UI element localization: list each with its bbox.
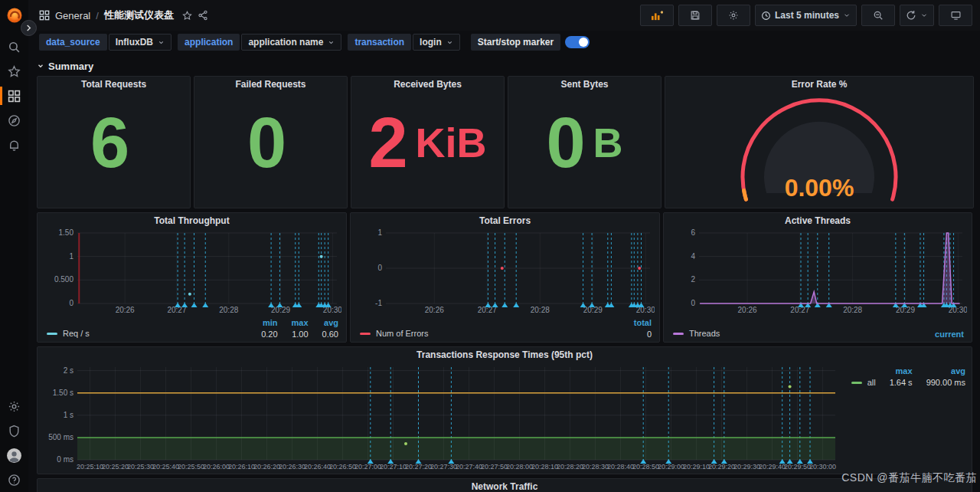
dashboard-settings-button[interactable] — [717, 5, 750, 26]
svg-text:20:28:10: 20:28:10 — [531, 463, 558, 471]
legend-item[interactable]: Threads — [673, 329, 720, 338]
legend-item[interactable]: Req / s — [47, 329, 90, 338]
var-label-data-source[interactable]: data_source — [39, 34, 107, 51]
cycle-view-mode-button[interactable] — [939, 5, 972, 26]
panel-failed-requests: Failed Requests 0 — [194, 76, 348, 208]
user-avatar[interactable] — [0, 443, 28, 467]
legend-item[interactable]: Num of Errors — [360, 329, 428, 338]
grafana-logo[interactable] — [6, 7, 23, 24]
var-value-transaction[interactable]: login — [413, 34, 460, 51]
svg-text:-1: -1 — [375, 299, 382, 307]
panel-title[interactable]: Total Requests — [38, 77, 190, 93]
panel-active-threads: Active Threads 642020:2620:2720:2820:292… — [663, 212, 972, 343]
svg-text:20:26: 20:26 — [116, 306, 135, 314]
svg-text:20:28:20: 20:28:20 — [557, 463, 583, 471]
svg-text:20:26:20: 20:26:20 — [253, 463, 280, 471]
add-panel-button[interactable] — [640, 5, 674, 26]
var-label-application[interactable]: application — [178, 34, 240, 51]
response-times-chart[interactable]: 2 s1.50 s1 s500 ms0 ms20:25:1020:25:2020… — [42, 363, 840, 471]
help-question-icon[interactable] — [0, 467, 28, 492]
svg-text:20:29:00: 20:29:00 — [658, 463, 684, 471]
svg-text:20:25:20: 20:25:20 — [102, 463, 129, 471]
svg-text:500 ms: 500 ms — [48, 433, 74, 441]
panel-title[interactable]: Network Traffic — [38, 479, 972, 492]
gauge-threshold-tip — [744, 191, 746, 200]
svg-text:0.500: 0.500 — [54, 275, 74, 284]
svg-text:20:25:30: 20:25:30 — [127, 463, 154, 471]
time-range-picker[interactable]: Last 5 minutes — [755, 5, 857, 26]
svg-text:20:25:50: 20:25:50 — [178, 463, 204, 471]
favorite-star-icon[interactable] — [182, 11, 192, 21]
search-icon[interactable] — [0, 34, 28, 59]
chevron-down-icon — [446, 39, 453, 46]
panel-title[interactable]: Total Errors — [351, 213, 659, 229]
panel-total-errors: Total Errors 10-120:2620:2720:2820:2920:… — [350, 212, 660, 343]
breadcrumb-separator: / — [96, 10, 99, 21]
svg-text:20:29:20: 20:29:20 — [708, 463, 735, 471]
svg-text:20:27:50: 20:27:50 — [481, 463, 508, 471]
breadcrumb: General / 性能测试仪表盘 — [39, 8, 208, 22]
panel-network-traffic: Network Traffic — [37, 478, 972, 492]
panel-title[interactable]: Failed Requests — [194, 77, 347, 93]
server-admin-shield-icon[interactable] — [0, 418, 28, 443]
refresh-button[interactable] — [900, 5, 934, 26]
legend-items: Req / s — [47, 329, 90, 338]
svg-text:20:27:40: 20:27:40 — [456, 463, 482, 471]
svg-text:20:28:50: 20:28:50 — [632, 463, 659, 471]
stat-value: 0 — [194, 93, 347, 192]
explore-compass-icon[interactable] — [0, 108, 28, 133]
panel-total-throughput: Total Throughput 1.5010.500020:2620:2720… — [37, 212, 347, 343]
total-errors-chart[interactable]: 10-120:2620:2720:2820:2920:30 — [355, 229, 655, 315]
marker-toggle-switch[interactable] — [565, 36, 590, 48]
svg-text:20:28: 20:28 — [843, 306, 862, 314]
active-threads-chart[interactable]: 642020:2620:2720:2820:2920:30 — [668, 229, 967, 315]
svg-text:1: 1 — [377, 229, 382, 237]
panel-title[interactable]: Received Bytes — [351, 77, 504, 93]
dashboard-title[interactable]: 性能测试仪表盘 — [104, 8, 174, 22]
time-range-label: Last 5 minutes — [775, 10, 839, 21]
legend-items: Threads — [673, 329, 720, 338]
legend-stats: minmaxavg0.201.000.60 — [247, 317, 338, 340]
panel-received-bytes: Received Bytes 2KiB — [351, 76, 505, 208]
panel-title[interactable]: Active Threads — [664, 213, 972, 229]
panel-title[interactable]: Transactions Response Times (95th pct) — [38, 347, 972, 363]
dashboards-icon[interactable] — [0, 84, 28, 108]
chevron-down-icon — [843, 11, 851, 19]
chevron-down-icon — [920, 11, 928, 19]
svg-text:20:29:10: 20:29:10 — [683, 463, 710, 471]
panel-title[interactable]: Total Throughput — [38, 213, 346, 229]
svg-text:20:29:30: 20:29:30 — [733, 463, 760, 471]
svg-text:20:27:00: 20:27:00 — [354, 463, 381, 471]
svg-text:6: 6 — [691, 229, 695, 237]
stat-value: 0B — [508, 93, 661, 192]
alerting-bell-icon[interactable] — [0, 133, 28, 157]
gauge-value: 0.00% — [785, 174, 854, 202]
breadcrumb-section[interactable]: General — [55, 10, 90, 21]
panel-title[interactable]: Sent Bytes — [508, 77, 661, 93]
var-label-transaction[interactable]: transaction — [348, 34, 411, 51]
legend-item[interactable]: all — [851, 377, 876, 389]
configuration-gear-icon[interactable] — [0, 394, 28, 418]
zoom-out-time-button[interactable] — [861, 5, 895, 26]
sidebar-expand-button[interactable] — [21, 20, 37, 36]
svg-text:20:27:10: 20:27:10 — [380, 463, 407, 471]
total-throughput-chart[interactable]: 1.5010.500020:2620:2720:2820:2920:30 — [42, 229, 341, 315]
svg-text:0 ms: 0 ms — [57, 455, 74, 464]
var-value-data-source[interactable]: InfluxDB — [109, 34, 172, 51]
var-value-application[interactable]: application name — [241, 34, 341, 51]
svg-text:20:26:50: 20:26:50 — [329, 463, 356, 471]
svg-text:20:29:40: 20:29:40 — [759, 463, 786, 471]
save-dashboard-button[interactable] — [678, 5, 712, 26]
legend-stats: maxavgall1.64 s990.00 ms — [851, 366, 965, 389]
svg-text:20:25:10: 20:25:10 — [77, 463, 103, 471]
svg-text:20:30:00: 20:30:00 — [809, 463, 836, 471]
error-rate-gauge[interactable]: 0.00% — [665, 93, 973, 206]
svg-text:1.50: 1.50 — [59, 229, 74, 237]
panel-title[interactable]: Error Rate % — [665, 77, 973, 93]
section-summary[interactable]: Summary — [37, 58, 974, 74]
starred-icon[interactable] — [0, 59, 28, 84]
svg-text:4: 4 — [691, 252, 695, 261]
svg-text:1 s: 1 s — [64, 411, 74, 419]
share-icon[interactable] — [198, 10, 208, 21]
svg-text:20:26: 20:26 — [425, 306, 444, 314]
